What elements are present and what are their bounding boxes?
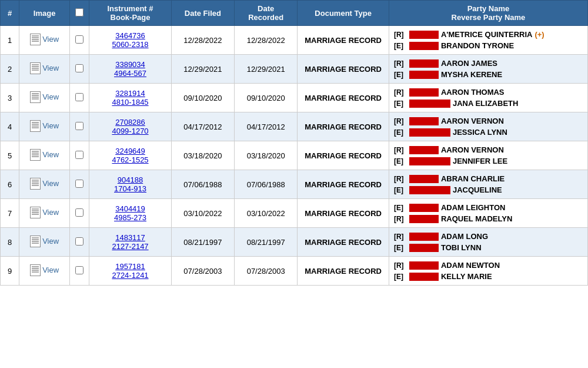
view-cell: View [19,170,70,199]
party-e-row: [E]MYSHA KERENE [394,69,583,80]
instrument-cell: 14831172127-2147 [89,228,171,257]
view-link[interactable]: View [30,120,59,132]
row-checkbox[interactable] [75,266,83,274]
party-e-tag: [E] [394,186,407,194]
party-r-tag: [R] [394,261,407,270]
select-all-checkbox[interactable] [75,8,83,16]
party-cell: [R]AARON VERNON[E]JESSICA LYNN [389,112,587,141]
date-recorded-cell: 03/10/2022 [235,199,298,228]
row-checkbox-cell [70,199,89,228]
view-link[interactable]: View [30,264,59,276]
party-e-name: KELLY MARIE [441,272,492,281]
party-e-name: JENNIFER LEE [453,157,507,165]
row-number: 9 [1,257,19,286]
party-cell: [E]ADAM LEIGHTON[R]RAQUEL MADELYN [389,199,587,228]
view-label: View [42,237,59,246]
row-number: 6 [1,170,19,199]
party-e-row: [E]JENNIFER LEE [394,155,583,167]
party-e-tag: [E] [394,42,407,50]
instrument-bottom-link[interactable]: 4099-1270 [94,127,166,135]
party-r-tag: [R] [394,175,407,183]
instrument-top-link[interactable]: 1483117 [94,233,166,242]
view-link[interactable]: View [30,149,59,161]
instrument-top-link[interactable]: 3389034 [94,60,166,69]
table-row: 3View32819144810-184509/10/202009/10/202… [1,84,588,112]
instrument-bottom-link[interactable]: 4985-273 [94,213,166,222]
row-checkbox[interactable] [75,180,83,188]
plus-link[interactable]: (+) [534,30,544,39]
view-link[interactable]: View [30,34,59,45]
view-link[interactable]: View [30,62,59,74]
view-label: View [42,64,59,72]
row-checkbox[interactable] [75,237,83,246]
view-link[interactable]: View [30,178,59,190]
row-checkbox[interactable] [75,64,83,72]
view-label: View [42,266,59,274]
document-icon [30,62,41,74]
view-cell: View [19,26,70,55]
party-r-redacted [409,59,439,68]
date-filed-cell: 04/17/2012 [171,112,234,141]
row-checkbox[interactable] [75,151,83,159]
party-e-redacted [409,128,450,137]
party-r-redacted [409,233,439,241]
instrument-bottom-link[interactable]: 2127-2147 [94,242,166,251]
table-row: 5View32496494762-152503/18/202003/18/202… [1,141,588,170]
party-cell: [R]AARON JAMES[E]MYSHA KERENE [389,55,587,84]
document-icon [30,264,41,276]
instrument-cell: 34647365060-2318 [89,26,171,55]
instrument-top-link[interactable]: 2708286 [94,118,166,127]
instrument-bottom-link[interactable]: 4762-1525 [94,155,166,164]
party-e-row: [E]TOBI LYNN [394,242,583,253]
col-header-instrument: Instrument #Book-Page [89,1,171,26]
col-header-num: # [1,1,19,26]
row-checkbox[interactable] [75,35,83,44]
instrument-cell: 27082864099-1270 [89,112,171,141]
doc-type-cell: MARRIAGE RECORD [298,199,389,228]
view-link[interactable]: View [30,207,59,218]
date-filed-cell: 07/28/2003 [171,257,234,286]
party-r-row: [E]ADAM LEIGHTON [394,202,583,213]
view-cell: View [19,199,70,228]
row-checkbox-cell [70,257,89,286]
instrument-bottom-link[interactable]: 4810-1845 [94,98,166,107]
document-icon [30,178,41,190]
row-number: 5 [1,141,19,170]
party-r-name: A'METRICE QUINTERRIA [441,30,532,39]
view-link[interactable]: View [30,91,59,103]
party-e-name: TOBI LYNN [441,243,482,252]
instrument-top-link[interactable]: 3464736 [94,31,166,40]
instrument-bottom-link[interactable]: 2724-1241 [94,271,166,280]
instrument-top-link[interactable]: 904188 [94,175,166,184]
party-r-tag: [R] [394,146,407,154]
party-r-row: [R]ABRAN CHARLIE [394,173,583,184]
instrument-bottom-link[interactable]: 5060-2318 [94,40,166,49]
instrument-top-link[interactable]: 3404419 [94,204,166,213]
instrument-top-link[interactable]: 3249649 [94,147,166,155]
row-checkbox[interactable] [75,208,83,217]
instrument-bottom-link[interactable]: 4964-567 [94,69,166,78]
instrument-bottom-link[interactable]: 1704-913 [94,184,166,193]
party-cell: [R]ABRAN CHARLIE[E]JACQUELINE [389,170,587,199]
view-cell: View [19,141,70,170]
instrument-top-link[interactable]: 3281914 [94,89,166,98]
instrument-top-link[interactable]: 1957181 [94,262,166,271]
row-checkbox-cell [70,112,89,141]
party-r-redacted [409,117,439,125]
doc-type-cell: MARRIAGE RECORD [298,55,389,84]
party-e-tag: [E] [394,157,407,165]
row-checkbox-cell [70,26,89,55]
view-link[interactable]: View [30,236,59,247]
party-cell: [R]ADAM LONG[E]TOBI LYNN [389,228,587,257]
row-checkbox[interactable] [75,122,83,130]
date-recorded-cell: 07/28/2003 [235,257,298,286]
row-checkbox[interactable] [75,93,83,101]
party-e-name: RAQUEL MADELYN [441,214,512,223]
party-e-name: JESSICA LYNN [453,128,507,137]
col-header-date-recorded: DateRecorded [235,1,298,26]
party-r-name: AARON JAMES [441,59,497,68]
party-r-redacted [409,88,439,97]
party-r-name: ADAM NEWTON [441,261,500,270]
instrument-cell: 32819144810-1845 [89,84,171,112]
row-checkbox-cell [70,84,89,112]
